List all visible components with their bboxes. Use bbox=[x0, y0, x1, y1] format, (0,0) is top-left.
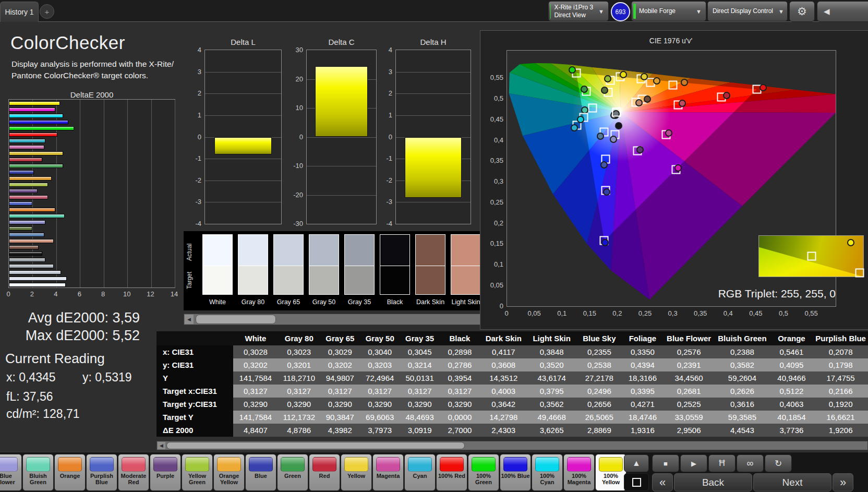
swatch-light-skin: Light Skin bbox=[451, 234, 481, 306]
pattern-window-button[interactable] bbox=[624, 473, 649, 491]
swatch-label: Gray 80 bbox=[238, 298, 268, 306]
chevrons-right-button[interactable]: » bbox=[833, 473, 853, 491]
patch-button-moderate-red[interactable]: Moderate Red bbox=[118, 454, 149, 491]
patch-button-100-magenta[interactable]: 100% Magenta bbox=[563, 454, 595, 491]
y-tick-label: -3 bbox=[375, 198, 392, 206]
add-tab-button[interactable]: + bbox=[40, 4, 54, 19]
swatch-black: Black bbox=[380, 234, 410, 306]
x-tick-label: 0 bbox=[6, 290, 10, 298]
next-button[interactable]: Next bbox=[753, 473, 831, 491]
column-header: Gray 65 bbox=[320, 331, 360, 345]
measured-marker-purple bbox=[636, 146, 644, 153]
patch-button-orange-yellow[interactable]: Orange Yellow bbox=[213, 454, 245, 491]
patch-button-blue[interactable]: Blue bbox=[245, 454, 276, 491]
swatch-scrollbar[interactable]: ◀ ▶ bbox=[184, 314, 506, 325]
patch-button-100-blue[interactable]: 100% Blue bbox=[500, 454, 531, 491]
collapse-panel-button[interactable]: ◀ bbox=[817, 1, 868, 22]
play-icon: ▶ bbox=[691, 460, 696, 467]
sync-button[interactable]: ↻ bbox=[765, 454, 792, 472]
patch-button-100-cyan[interactable]: 100% Cyan bbox=[532, 454, 563, 491]
session-count-badge[interactable]: 693 bbox=[611, 2, 630, 21]
grid-line bbox=[307, 195, 376, 196]
patch-button-purple[interactable]: Purple bbox=[150, 454, 181, 491]
meter-dropdown[interactable]: X-Rite i1Pro 3Direct View ▼ bbox=[548, 1, 609, 21]
prev-button[interactable]: « bbox=[652, 473, 673, 491]
cie-y-tick: 0,05 bbox=[483, 281, 503, 289]
patch-button-purplish-blue[interactable]: Purplish Blue bbox=[86, 454, 117, 491]
tab-label: History 1 bbox=[5, 8, 33, 16]
chevron-down-icon: ▼ bbox=[593, 8, 604, 15]
scroll-left-icon[interactable]: ◀ bbox=[158, 442, 165, 449]
patch-button-magenta[interactable]: Magenta bbox=[372, 454, 404, 491]
patch-color-chip bbox=[440, 457, 464, 472]
table-cell: 14,2798 bbox=[480, 411, 527, 424]
measured-marker-100-yellow bbox=[620, 71, 627, 78]
deltae-chart-title: DeltaE 2000 bbox=[8, 90, 175, 99]
next-label: Next bbox=[782, 477, 802, 488]
play-button[interactable]: ▶ bbox=[680, 454, 707, 472]
y-tick-label: -30 bbox=[285, 220, 303, 227]
swatch-actual bbox=[380, 234, 410, 266]
grid-line bbox=[205, 202, 281, 202]
max-de2000: Max dE2000: 5,52 bbox=[0, 328, 140, 344]
source-dropdown[interactable]: Mobile Forge ▼ bbox=[631, 1, 706, 21]
patch-button-red[interactable]: Red bbox=[309, 454, 340, 491]
delta-h-y-axis: 43210-1-2-3-4 bbox=[375, 50, 393, 223]
inset-target-point-2 bbox=[855, 269, 864, 278]
table-cell: 1,9316 bbox=[622, 424, 663, 437]
patch-button-yellow-green[interactable]: Yellow Green bbox=[182, 454, 213, 491]
deltae-bar-blue-flower bbox=[9, 220, 45, 224]
y-tick-label: -1 bbox=[184, 154, 201, 162]
patch-button-cyan[interactable]: Cyan bbox=[404, 454, 436, 491]
loop-button[interactable]: ∞ bbox=[737, 454, 764, 472]
deltae-bar-gray-50 bbox=[9, 264, 54, 268]
table-cell: 0,2525 bbox=[663, 398, 715, 411]
scroll-up-button[interactable]: ▲ bbox=[624, 454, 649, 472]
y-tick-label: 1 bbox=[184, 111, 201, 118]
delta-bar bbox=[315, 66, 368, 137]
table-scroll-thumb[interactable] bbox=[166, 442, 465, 449]
y-tick-label: 3 bbox=[375, 67, 392, 75]
tab-history-1[interactable]: History 1 bbox=[0, 2, 39, 22]
measured-marker-moderate-red bbox=[679, 100, 686, 107]
cie-x-tick: 0,25 bbox=[638, 309, 652, 317]
table-cell: 0,5461 bbox=[770, 345, 813, 358]
y-tick-label: 4 bbox=[375, 46, 392, 54]
table-cell: 0,2388 bbox=[715, 345, 770, 358]
table-scrollbar[interactable]: ◀ bbox=[156, 441, 868, 450]
back-button[interactable]: Back bbox=[674, 473, 752, 491]
row-label: x: CIE31 bbox=[156, 345, 233, 358]
delta-c-title: Delta C bbox=[306, 38, 377, 46]
reading-fl: fL: 37,56 bbox=[6, 390, 53, 404]
corner-cell bbox=[156, 331, 233, 345]
patch-button-green[interactable]: Green bbox=[277, 454, 308, 491]
table-cell: 0,2391 bbox=[663, 358, 715, 371]
table-row: Target y:CIE310,32900,32900,32900,32900,… bbox=[156, 398, 868, 411]
swatch-scroll-thumb[interactable] bbox=[196, 315, 276, 324]
table-cell: 0,3202 bbox=[233, 358, 278, 371]
stop-button[interactable]: ■ bbox=[652, 454, 679, 472]
patch-button-100-red[interactable]: 100% Red bbox=[436, 454, 467, 491]
patch-button-bluish-green[interactable]: Bluish Green bbox=[22, 454, 54, 491]
delta-c-y-axis: 3020100-10-20-30 bbox=[285, 50, 304, 223]
deltae-bar-100-yellow bbox=[9, 101, 60, 105]
settings-button[interactable]: ⚙ bbox=[789, 1, 815, 22]
table-cell: 14,3512 bbox=[480, 371, 527, 385]
patch-color-chip bbox=[472, 457, 496, 472]
patch-button-yellow[interactable]: Yellow bbox=[341, 454, 372, 491]
patch-button-100-yellow[interactable]: 100% Yellow bbox=[595, 454, 626, 491]
patch-button-blue-flower[interactable]: Blue Flower bbox=[0, 454, 22, 491]
table-cell: 0,3350 bbox=[622, 345, 663, 358]
measured-marker-blue bbox=[603, 188, 610, 196]
grid-line bbox=[151, 100, 152, 287]
avg-de2000: Avg dE2000: 3,59 bbox=[0, 310, 140, 326]
scroll-left-icon[interactable]: ◀ bbox=[185, 315, 194, 324]
patch-button-label: Moderate Red bbox=[118, 473, 149, 486]
patch-button-100-green[interactable]: 100% Green bbox=[468, 454, 499, 491]
table-cell: 0,4003 bbox=[480, 385, 527, 398]
column-header: Gray 35 bbox=[400, 331, 439, 345]
table-cell: 49,4668 bbox=[527, 411, 576, 424]
patch-button-orange[interactable]: Orange bbox=[54, 454, 86, 491]
display-control-dropdown[interactable]: Direct Display Control ▼ bbox=[707, 1, 788, 21]
hold-button[interactable]: Ħ bbox=[708, 454, 736, 472]
